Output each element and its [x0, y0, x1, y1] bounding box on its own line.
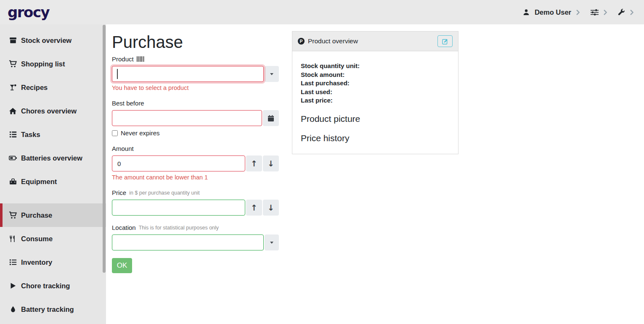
product-overview-body: Stock quantity unit: Stock amount: Last …: [292, 51, 458, 154]
sidebar-item-label: Equipment: [21, 178, 57, 186]
calendar-icon: [268, 115, 274, 121]
price-hint: in $ per purchase quantity unit: [129, 190, 199, 196]
main-content: Purchase Product You have to select a pr…: [106, 24, 644, 324]
tasks-icon: [9, 131, 17, 139]
product-dropdown-button[interactable]: [265, 66, 279, 82]
location-select[interactable]: [112, 234, 264, 250]
sidebar-item-label: Chores overview: [21, 107, 77, 115]
play-icon: [9, 282, 17, 290]
page-title: Purchase: [112, 32, 279, 52]
purchase-form: Purchase Product You have to select a pr…: [112, 29, 279, 273]
sidebar-item-label: Consume: [21, 235, 53, 243]
amount-increment-button[interactable]: ↑: [246, 155, 262, 171]
sidebar-scrollbar[interactable]: [103, 25, 106, 273]
sidebar-item-label: Shopping list: [21, 60, 65, 68]
arrow-up-icon: ↑: [251, 160, 257, 168]
admin-menu[interactable]: [618, 9, 634, 16]
chevron-down-icon: [270, 242, 273, 244]
price-increment-button[interactable]: ↑: [246, 200, 262, 216]
chevron-right-icon: [604, 10, 607, 15]
cart-icon: [9, 60, 17, 68]
topbar: grocy Demo User: [0, 0, 644, 24]
stock-amount-field: Stock amount:: [301, 71, 450, 79]
arrow-up-icon: ↑: [251, 204, 257, 212]
sidebar-item-batteries-overview[interactable]: Batteries overview: [0, 146, 106, 170]
last-price-field: Last price:: [301, 96, 450, 105]
sidebar-item-consume[interactable]: Consume: [0, 227, 106, 250]
sidebar-item-stock-overview[interactable]: Stock overview: [0, 29, 106, 52]
sliders-icon: [591, 9, 599, 16]
price-group: Price in $ per purchase quantity unit ↑ …: [112, 189, 279, 216]
sidebar-item-chores-overview[interactable]: Chores overview: [0, 99, 106, 123]
chevron-down-icon: [270, 73, 273, 75]
price-decrement-button[interactable]: ↓: [263, 200, 279, 216]
sidebar-item-equipment[interactable]: Equipment: [0, 170, 106, 193]
product-label: Product: [112, 55, 134, 63]
calendar-button[interactable]: [263, 110, 279, 126]
product-input[interactable]: [112, 66, 264, 82]
topbar-menu: Demo User: [518, 8, 634, 16]
sidebar-item-label: Inventory: [21, 258, 52, 266]
text-cursor: [117, 69, 118, 79]
product-error: You have to select a product: [112, 84, 279, 91]
user-icon: [523, 9, 530, 16]
never-expires-checkbox[interactable]: [112, 130, 118, 136]
settings-menu[interactable]: [591, 9, 607, 16]
location-dropdown-button[interactable]: [265, 234, 279, 250]
chevron-right-icon: [576, 10, 580, 15]
sidebar-item-label: Tasks: [21, 131, 40, 139]
product-picture-heading: Product picture: [301, 113, 450, 124]
price-history-heading: Price history: [301, 132, 450, 144]
location-hint: This is for statistical purposes only: [139, 225, 219, 231]
toolbox-icon: [9, 178, 17, 186]
best-before-input[interactable]: [112, 110, 262, 126]
chevron-right-icon: [630, 10, 634, 15]
best-before-group: Best before Never expires: [112, 100, 279, 137]
box-icon: [9, 37, 17, 45]
sidebar-item-label: Stock overview: [21, 37, 72, 45]
price-input[interactable]: [112, 200, 245, 216]
stock-quantity-unit-field: Stock quantity unit:: [301, 62, 450, 71]
product-group: Product You have to select a product: [112, 55, 279, 91]
product-overview-card: P Product overview Stock quantity unit: …: [292, 31, 458, 154]
wrench-icon: [618, 9, 625, 16]
last-purchased-field: Last purchased:: [301, 79, 450, 88]
sidebar-item-shopping-list[interactable]: Shopping list: [0, 52, 106, 76]
product-overview-header: P Product overview: [292, 32, 458, 51]
edit-product-button[interactable]: [437, 35, 453, 47]
never-expires-label: Never expires: [121, 129, 160, 137]
arrow-down-icon: ↓: [268, 204, 274, 212]
product-icon: P: [298, 38, 305, 45]
utensils-icon: [9, 235, 17, 243]
sidebar-item-label: Recipes: [21, 84, 48, 92]
sidebar-item-recipes[interactable]: Recipes: [0, 76, 106, 99]
sidebar-item-label: Batteries overview: [21, 154, 82, 162]
drop-icon: [9, 306, 17, 313]
sidebar-item-chore-tracking[interactable]: Chore tracking: [0, 274, 106, 298]
amount-input[interactable]: [112, 155, 245, 171]
sidebar-item-label: Chore tracking: [21, 282, 70, 290]
sidebar-item-label: Purchase: [21, 211, 52, 219]
location-label: Location: [112, 224, 136, 231]
best-before-label: Best before: [112, 100, 144, 107]
amount-group: Amount ↑ ↓ The amount cannot be lower th…: [112, 145, 279, 181]
grocy-logo[interactable]: grocy: [8, 4, 49, 21]
last-used-field: Last used:: [301, 88, 450, 97]
sidebar-item-purchase[interactable]: Purchase: [0, 203, 106, 227]
user-name: Demo User: [535, 8, 571, 16]
sidebar-item-tasks[interactable]: Tasks: [0, 123, 106, 146]
sidebar-item-battery-tracking[interactable]: Battery tracking: [0, 298, 106, 321]
location-group: Location This is for statistical purpose…: [112, 224, 279, 250]
sidebar-item-inventory[interactable]: Inventory: [0, 250, 106, 274]
ok-button[interactable]: OK: [112, 258, 132, 273]
amount-label: Amount: [112, 145, 134, 152]
edit-icon: [442, 38, 448, 45]
price-label: Price: [112, 189, 126, 196]
user-menu[interactable]: Demo User: [523, 8, 580, 16]
home-icon: [9, 107, 17, 115]
amount-decrement-button[interactable]: ↓: [263, 155, 279, 171]
cart-icon: [9, 211, 17, 219]
barcode-icon: [137, 56, 145, 62]
sidebar-divider: [0, 193, 106, 203]
sidebar: Stock overview Shopping list Recipes Cho…: [0, 24, 106, 324]
